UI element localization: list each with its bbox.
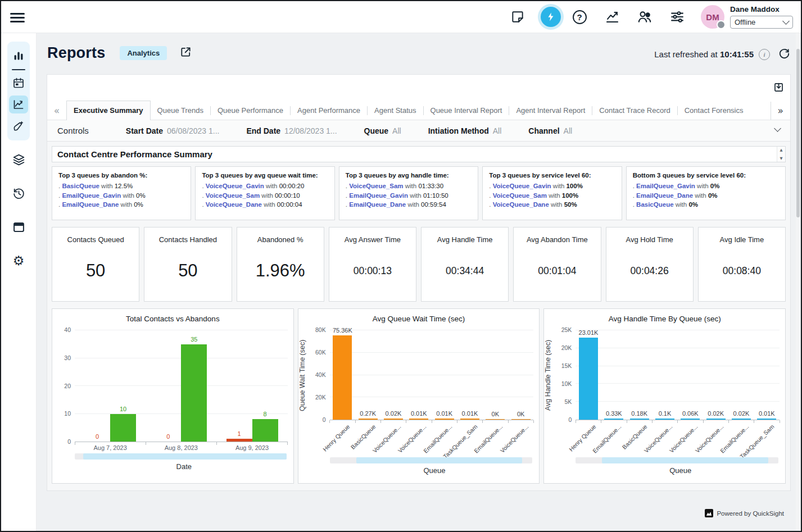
chart-h-scrollbar-thumb[interactable] [602,457,768,463]
chart-h-scrollbar-thumb[interactable] [83,453,287,460]
status-select[interactable]: Offline [730,16,793,29]
tabs-scroll-right-icon[interactable]: » [771,102,790,120]
filter-value: All [392,126,401,135]
chart-x-labels: Henry QueueEmailQueue...BasicQueueVoiceQ… [576,420,780,455]
summary-item: VoiceQueue_Dane with 50% [489,200,615,210]
info-icon[interactable]: i [759,49,770,60]
queue-link[interactable]: VoiceQueue_Dane [206,201,262,208]
chart-h-scrollbar-thumb[interactable] [356,457,523,463]
queue-link[interactable]: EmailQueue_Dane [636,192,693,199]
chart-y-ticks: 010203040 [52,330,75,442]
tab-executive-summary[interactable]: Executive Summary [66,101,151,120]
queue-link[interactable]: BasicQueue [636,201,673,208]
bar-value-label: 0.33K [606,410,622,417]
chart-h-scrollbar[interactable] [576,457,778,463]
summary-item: EmailQueue_Gavin with 0% [58,191,184,201]
queue-link[interactable]: VoiceQueue_Sam [206,192,260,199]
chart-h-scrollbar[interactable] [330,457,533,463]
controls-label: Controls [57,126,89,135]
queue-link[interactable]: EmailQueue_Gavin [349,192,408,199]
chart-x-axis-title: Date [52,462,293,471]
page-scrollbar[interactable] [796,33,800,530]
sidebar-item-window[interactable] [9,218,28,236]
help-icon[interactable]: ? [572,9,587,25]
tab-queue-interval-report[interactable]: Queue Interval Report [424,102,509,120]
queue-link[interactable]: EmailQueue_Gavin [62,192,121,199]
bar-value-label: 75.36K [333,327,352,334]
filter-queue[interactable]: QueueAll [364,126,401,135]
queue-link[interactable]: EmailQueue_Dane [62,201,119,208]
powered-by-quicksight[interactable]: Powered by QuickSight [705,509,784,517]
kpi-label: Avg Hold Time [626,235,673,244]
bar-group-emailqueue: 0K [483,330,508,420]
summary-item: VoiceQueue_Gavin with 00:00:20 [202,181,328,191]
scroll-down-icon[interactable]: ▼ [780,157,783,160]
queue-link[interactable]: VoiceQueue_Sam [349,183,403,189]
controls-bar: Controls Start Date06/08/2023 1...End Da… [47,120,790,142]
axis-tick [287,442,288,445]
connector: with [121,192,136,199]
tab-contact-trace-record[interactable]: Contact Trace Record [592,102,677,120]
y-tick-label: 80K [315,326,326,333]
filter-end-date[interactable]: End Date12/08/2023 1... [246,126,337,135]
x-tick-label: Aug 8, 2023 [146,444,216,451]
summary-card-title: Top 3 queues by abandon %: [58,172,184,179]
queue-link[interactable]: EmailQueue_Dane [349,201,406,208]
sidebar-item-reports[interactable] [9,96,28,113]
queue-link[interactable]: VoiceQueue_Dane [493,201,549,208]
metrics-chart-icon[interactable] [604,9,620,25]
tab-queue-performance[interactable]: Queue Performance [211,102,290,120]
kpi-value: 00:00:13 [354,265,392,277]
summary-scrollbar[interactable]: ▲ ▼ [777,147,785,162]
bar [435,419,454,420]
tab-queue-trends[interactable]: Queue Trends [151,102,210,120]
settings-sliders-icon[interactable] [669,9,685,25]
page-scrollbar-thumb[interactable] [796,49,800,217]
refresh-icon[interactable] [778,47,791,62]
tabs-scroll-left-icon[interactable]: « [47,105,66,116]
summary-item: VoiceQueue_Sam with 01:33:30 [346,181,472,191]
filter-channel[interactable]: ChannelAll [528,126,572,135]
queue-link[interactable]: VoiceQueue_Sam [493,192,547,199]
sidebar-item-design-brush[interactable] [9,117,28,135]
avatar[interactable]: DM [701,5,724,29]
sidebar-item-layers[interactable] [9,151,28,169]
charts-row: Total Contacts vs Abandons01020304001003… [52,308,786,484]
chart-title: Avg Handle Time By Queue (sec) [544,315,785,325]
summary-card-title: Top 3 queues by avg queue wait time: [202,172,328,179]
gear-icon[interactable]: ⚙ [9,252,28,270]
external-link-icon[interactable] [179,46,192,61]
filter-intiation-method[interactable]: Intiation MethodAll [428,126,502,135]
connector: with [264,183,279,189]
sidebar-item-metrics[interactable] [9,47,28,65]
filter-start-date[interactable]: Start Date06/08/2023 1... [126,126,220,135]
download-icon[interactable] [773,81,785,96]
kpi-label: Contacts Handled [159,235,217,244]
y-tick-label: 5K [565,398,572,405]
queue-link[interactable]: VoiceQueue_Gavin [493,183,551,189]
note-icon[interactable] [510,9,525,25]
queue-link[interactable]: BasicQueue [62,183,99,189]
bar [226,439,252,442]
hamburger-menu-icon[interactable] [10,11,25,23]
queue-link[interactable]: EmailQueue_Gavin [636,183,695,189]
tab-agent-performance[interactable]: Agent Performance [291,102,367,120]
axis-tick [146,442,146,445]
sidebar-item-history[interactable] [9,184,28,202]
summary-section-header: Contact Centre Performance Summary ▲ ▼ [52,146,786,162]
bar-group-voicequeue: 0.01K [406,330,432,420]
tab-agent-interval-report[interactable]: Agent Interval Report [509,102,592,120]
sidebar-item-calendar[interactable] [9,74,28,92]
queue-link[interactable]: VoiceQueue_Gavin [206,183,264,189]
chart-y-axis-title: Queue Wait Time (sec) [298,330,310,420]
connector: with [695,183,710,189]
tab-agent-status[interactable]: Agent Status [368,102,423,120]
controls-collapse-icon[interactable] [775,128,780,131]
quick-actions-icon[interactable] [538,4,564,30]
tab-contact-forensics[interactable]: Contact Forensics [678,102,750,120]
scroll-up-icon[interactable]: ▲ [780,148,783,152]
connector: with [693,192,708,199]
users-icon[interactable] [637,9,653,25]
summary-card: Top 3 queues by avg queue wait time:Voic… [195,166,334,220]
chart-h-scrollbar[interactable] [75,453,287,460]
